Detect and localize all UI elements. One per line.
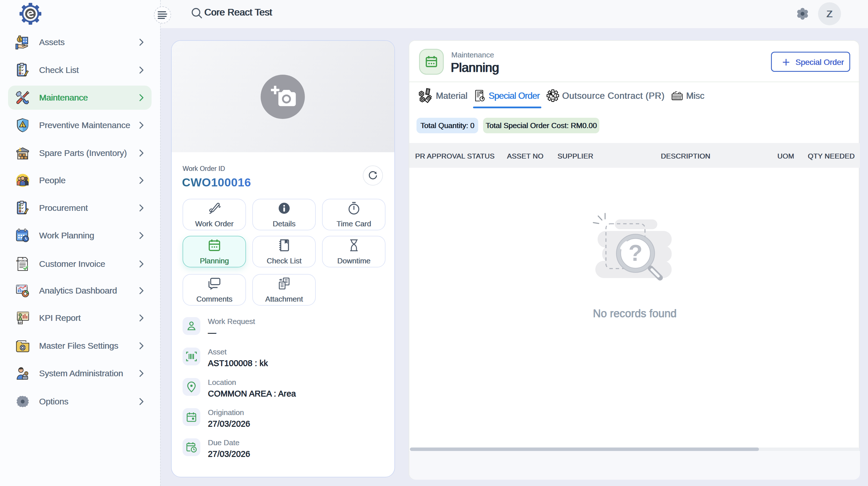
svg-text:KPI: KPI (18, 321, 23, 324)
svg-text:?: ? (629, 240, 643, 266)
svg-text:$: $ (19, 37, 21, 42)
svg-text:$: $ (22, 257, 24, 260)
